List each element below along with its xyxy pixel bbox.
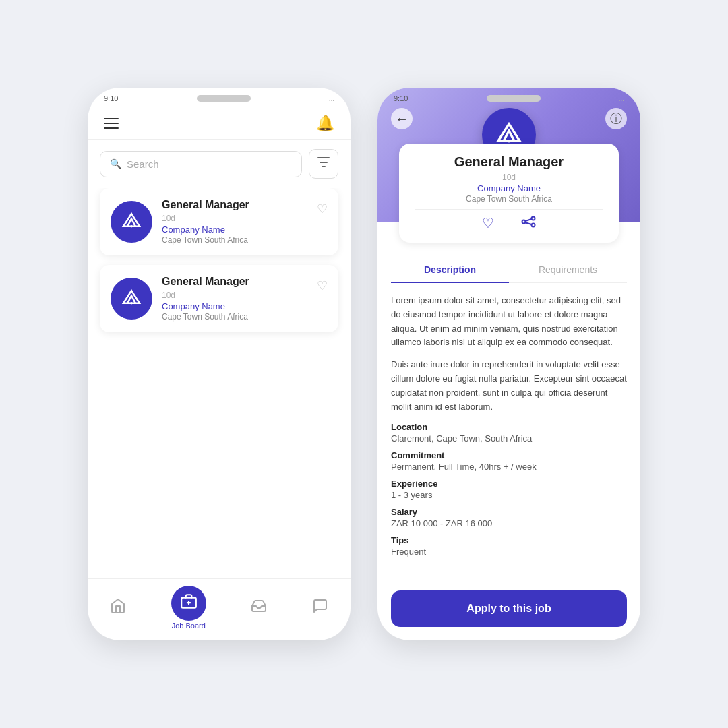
job-board-active-circle bbox=[171, 586, 206, 621]
commitment-value: Permanent, Full Time, 40hrs + / week bbox=[391, 462, 627, 472]
job-card-2[interactable]: General Manager 10d Company Name Cape To… bbox=[100, 265, 338, 332]
right-phone: 9:10 ... ← ⓘ bbox=[377, 88, 640, 640]
heart-icon-1[interactable]: ♡ bbox=[317, 202, 328, 216]
status-dots-left: ... bbox=[329, 95, 334, 102]
nav-item-job-board[interactable]: Job Board bbox=[171, 586, 206, 630]
right-phone-content: ← ⓘ General Manager 10d bbox=[377, 88, 640, 640]
search-icon: 🔍 bbox=[110, 158, 121, 169]
detail-company: Company Name bbox=[415, 183, 603, 193]
job-card-1[interactable]: General Manager 10d Company Name Cape To… bbox=[100, 188, 338, 255]
filter-button[interactable] bbox=[309, 149, 338, 179]
home-icon bbox=[110, 598, 126, 618]
job-company-2: Company Name bbox=[162, 301, 307, 311]
job-location-2: Cape Town South Africa bbox=[162, 312, 307, 322]
left-phone-content: 🔔 🔍 Search bbox=[88, 105, 351, 640]
job-board-icon bbox=[180, 593, 198, 614]
salary-label: Salary bbox=[391, 507, 627, 517]
svg-point-6 bbox=[532, 217, 535, 220]
svg-point-0 bbox=[130, 225, 132, 227]
location-label: Location bbox=[391, 422, 627, 432]
search-input-wrap[interactable]: 🔍 Search bbox=[100, 151, 302, 177]
svg-point-5 bbox=[508, 140, 511, 143]
company-logo-1 bbox=[111, 201, 152, 243]
description-para-1: Lorem ipsum dolor sit amet, consectetur … bbox=[391, 294, 627, 350]
detail-body: Description Requirements Lorem ipsum dol… bbox=[377, 222, 640, 584]
detail-share-icon[interactable] bbox=[521, 215, 536, 232]
svg-point-1 bbox=[130, 302, 132, 304]
hamburger-line-3 bbox=[104, 127, 119, 129]
hamburger-line-2 bbox=[104, 123, 119, 124]
notch-left bbox=[197, 95, 251, 102]
detail-actions: ♡ bbox=[415, 209, 603, 232]
location-value: Claremont, Cape Town, South Africa bbox=[391, 433, 627, 444]
tips-value: Frequent bbox=[391, 547, 627, 557]
detail-field-tips: Tips Frequent bbox=[391, 535, 627, 557]
status-dots-right: ... bbox=[619, 95, 624, 102]
status-time-right: 9:10 bbox=[394, 94, 408, 102]
nav-item-messages[interactable] bbox=[312, 598, 328, 618]
filter-icon bbox=[317, 157, 330, 171]
nav-item-home[interactable] bbox=[110, 598, 126, 618]
job-age-1: 10d bbox=[162, 214, 307, 223]
menu-icon[interactable] bbox=[104, 118, 119, 129]
detail-job-card: General Manager 10d Company Name Cape To… bbox=[399, 144, 619, 243]
job-company-1: Company Name bbox=[162, 224, 307, 235]
status-time-left: 9:10 bbox=[104, 94, 118, 102]
status-bar-right: 9:10 ... bbox=[377, 88, 640, 105]
detail-job-title: General Manager bbox=[415, 154, 603, 170]
svg-line-10 bbox=[526, 219, 532, 221]
salary-value: ZAR 10 000 - ZAR 16 000 bbox=[391, 518, 627, 528]
search-area: 🔍 Search bbox=[88, 140, 351, 188]
search-input[interactable]: Search bbox=[127, 158, 159, 170]
detail-tabs: Description Requirements bbox=[391, 257, 627, 283]
job-info-2: General Manager 10d Company Name Cape To… bbox=[162, 276, 307, 322]
detail-field-experience: Experience 1 - 3 years bbox=[391, 479, 627, 500]
detail-field-commitment: Commitment Permanent, Full Time, 40hrs +… bbox=[391, 450, 627, 472]
job-location-1: Cape Town South Africa bbox=[162, 235, 307, 245]
job-title-2: General Manager bbox=[162, 276, 307, 288]
bell-icon[interactable]: 🔔 bbox=[316, 115, 334, 132]
svg-line-9 bbox=[526, 222, 532, 224]
tab-requirements[interactable]: Requirements bbox=[509, 257, 627, 282]
tips-label: Tips bbox=[391, 535, 627, 545]
inbox-icon bbox=[251, 598, 267, 618]
detail-field-salary: Salary ZAR 10 000 - ZAR 16 000 bbox=[391, 507, 627, 528]
description-para-2: Duis aute irure dolor in reprehenderit i… bbox=[391, 358, 627, 414]
job-list: General Manager 10d Company Name Cape To… bbox=[88, 188, 351, 578]
tab-description[interactable]: Description bbox=[391, 257, 509, 283]
experience-label: Experience bbox=[391, 479, 627, 489]
detail-field-location: Location Claremont, Cape Town, South Afr… bbox=[391, 422, 627, 444]
experience-value: 1 - 3 years bbox=[391, 490, 627, 500]
back-button[interactable]: ← bbox=[391, 108, 413, 129]
detail-location: Cape Town South Africa bbox=[415, 194, 603, 204]
job-board-label: Job Board bbox=[172, 621, 206, 630]
detail-job-age: 10d bbox=[415, 173, 603, 182]
left-header: 🔔 bbox=[88, 105, 351, 140]
job-detail-header: ← ⓘ General Manager 10d bbox=[377, 88, 640, 222]
commitment-label: Commitment bbox=[391, 450, 627, 460]
messages-icon bbox=[312, 598, 328, 618]
left-phone: 9:10 ... 🔔 🔍 Search bbox=[88, 88, 351, 640]
job-title-1: General Manager bbox=[162, 199, 307, 211]
apply-button[interactable]: Apply to this job bbox=[391, 590, 627, 627]
info-button[interactable]: ⓘ bbox=[605, 108, 627, 129]
job-info-1: General Manager 10d Company Name Cape To… bbox=[162, 199, 307, 245]
company-logo-2 bbox=[111, 278, 152, 320]
heart-icon-2[interactable]: ♡ bbox=[317, 278, 328, 293]
notch-right bbox=[487, 95, 541, 102]
phones-container: 9:10 ... 🔔 🔍 Search bbox=[88, 88, 640, 640]
svg-point-8 bbox=[532, 224, 535, 227]
detail-like-icon[interactable]: ♡ bbox=[482, 215, 494, 232]
bottom-nav: Job Board bbox=[88, 578, 351, 640]
job-age-2: 10d bbox=[162, 291, 307, 300]
status-bar-left: 9:10 ... bbox=[88, 88, 351, 105]
hamburger-line-1 bbox=[104, 118, 119, 119]
nav-item-inbox[interactable] bbox=[251, 598, 267, 618]
